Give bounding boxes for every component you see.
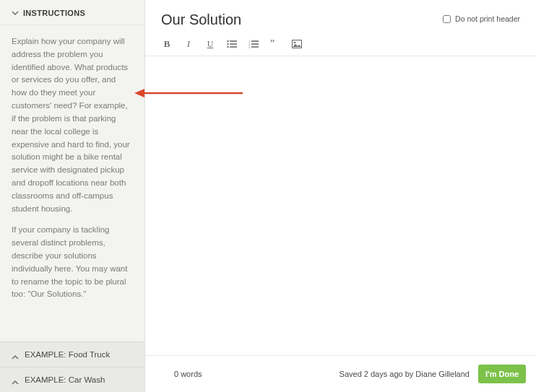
- print-header-label: Do not print header: [455, 14, 520, 23]
- sidebar-footer: EXAMPLE: Food Truck EXAMPLE: Car Wash: [0, 341, 144, 392]
- svg-point-14: [294, 42, 296, 44]
- instructions-header[interactable]: INSTRUCTIONS: [0, 0, 144, 25]
- saved-status: Saved 2 days ago by Diane Gilleland: [340, 370, 470, 378]
- svg-rect-1: [230, 40, 237, 42]
- chevron-up-icon: [12, 376, 19, 383]
- svg-rect-3: [230, 43, 237, 45]
- svg-rect-5: [230, 46, 237, 48]
- instructions-para-2: If your company is tackling several dist…: [12, 224, 133, 301]
- svg-rect-7: [251, 40, 259, 42]
- app-layout: INSTRUCTIONS Explain how your company wi…: [0, 0, 536, 392]
- chevron-down-icon: [12, 9, 19, 17]
- svg-text:3: 3: [248, 45, 250, 49]
- instructions-body: Explain how your company will address th…: [0, 25, 144, 341]
- svg-text:”: ”: [270, 40, 275, 48]
- main-panel: Our Solution Do not print header B I U 1: [145, 0, 536, 392]
- unordered-list-button[interactable]: [226, 38, 238, 50]
- main-header: Our Solution Do not print header: [145, 0, 536, 34]
- svg-rect-11: [251, 46, 259, 48]
- example-label: EXAMPLE: Car Wash: [25, 375, 105, 384]
- svg-point-2: [227, 43, 228, 45]
- quote-button[interactable]: ”: [269, 38, 281, 50]
- ordered-list-button[interactable]: 1 2 3: [248, 38, 259, 50]
- svg-point-0: [227, 40, 228, 42]
- image-button[interactable]: [291, 38, 303, 50]
- bold-button[interactable]: B: [161, 38, 173, 50]
- example-label: EXAMPLE: Food Truck: [25, 350, 110, 359]
- chevron-up-icon: [12, 351, 19, 358]
- sidebar: INSTRUCTIONS Explain how your company wi…: [0, 0, 145, 392]
- print-header-checkbox[interactable]: [443, 15, 451, 23]
- status-bar: 0 words Saved 2 days ago by Diane Gillel…: [145, 355, 536, 392]
- done-button[interactable]: I'm Done: [478, 365, 526, 383]
- editor-area[interactable]: [145, 56, 536, 355]
- word-count: 0 words: [174, 370, 202, 378]
- editor-toolbar: B I U 1 2 3 ”: [145, 34, 536, 56]
- svg-rect-9: [251, 43, 259, 45]
- example-food-truck[interactable]: EXAMPLE: Food Truck: [0, 341, 144, 367]
- page-title: Our Solution: [161, 12, 241, 28]
- svg-point-4: [227, 46, 228, 48]
- status-right: Saved 2 days ago by Diane Gilleland I'm …: [340, 365, 526, 383]
- instructions-title: INSTRUCTIONS: [23, 9, 85, 17]
- example-car-wash[interactable]: EXAMPLE: Car Wash: [0, 367, 144, 392]
- instructions-para-1: Explain how your company will address th…: [12, 35, 133, 215]
- underline-button[interactable]: U: [204, 38, 216, 50]
- print-header-option[interactable]: Do not print header: [443, 14, 520, 23]
- italic-button[interactable]: I: [183, 38, 194, 50]
